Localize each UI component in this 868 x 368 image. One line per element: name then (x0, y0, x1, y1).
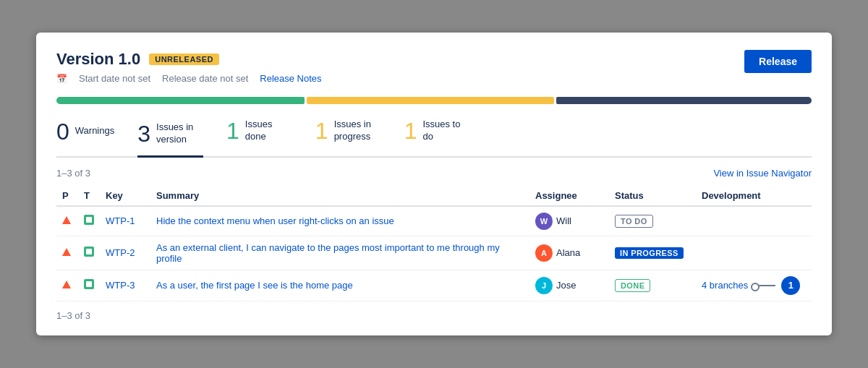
assignee-name: Alana (556, 247, 580, 258)
sub-info: 📅 Start date not set Release date not se… (56, 73, 322, 84)
stat-issues-inprogress-number: 1 (315, 119, 328, 142)
header-left: Version 1.0 UNRELEASED 📅 Start date not … (56, 50, 322, 84)
assignee-cell: WWill (529, 206, 609, 236)
development-cell (696, 236, 812, 270)
issue-summary-link[interactable]: As an external client, I can navigate to… (156, 242, 500, 264)
stat-warnings-label: Warnings (75, 125, 114, 137)
col-header-dev: Development (696, 186, 812, 206)
avatar: W (535, 213, 553, 230)
stat-issues-inprogress[interactable]: 1 Issues in progress (315, 119, 381, 146)
status-badge: IN PROGRESS (615, 247, 684, 259)
type-cell (78, 236, 100, 270)
issues-table: P T Key Summary Assignee Status Developm… (56, 186, 812, 301)
priority-high-icon (62, 216, 71, 224)
key-cell: WTP-2 (100, 236, 150, 270)
version-title: Version 1.0 UNRELEASED (56, 50, 322, 69)
branches-link[interactable]: 4 branches (702, 280, 748, 291)
col-header-key: Key (100, 186, 150, 206)
development-cell (696, 206, 812, 236)
summary-cell: As a user, the first page I see is the h… (150, 270, 529, 301)
stat-issues-done-number: 1 (226, 119, 239, 142)
progress-done (56, 97, 305, 104)
issue-summary-link[interactable]: As a user, the first page I see is the h… (156, 280, 353, 291)
footer-count: 1–3 of 3 (56, 310, 812, 321)
priority-cell (56, 206, 78, 236)
issue-key-link[interactable]: WTP-1 (106, 215, 135, 226)
release-date: Release date not set (162, 73, 248, 84)
story-icon (84, 215, 94, 225)
stat-issues-todo-label: Issues to do (422, 119, 469, 143)
branch-dot-line-icon (754, 285, 775, 286)
table-row: WTP-2As an external client, I can naviga… (56, 236, 812, 270)
table-row: WTP-3As a user, the first page I see is … (56, 270, 812, 301)
start-date: Start date not set (79, 73, 150, 84)
priority-high-icon (62, 248, 71, 256)
stat-issues-inprogress-label: Issues in progress (334, 119, 381, 143)
summary-cell: As an external client, I can navigate to… (150, 236, 529, 270)
priority-cell (56, 270, 78, 301)
assignee-name: Jose (556, 280, 576, 291)
assignee-name: Will (556, 215, 571, 226)
progress-bar (56, 97, 812, 104)
issue-summary-link[interactable]: Hide the context menu when user right-cl… (156, 215, 394, 226)
status-cell: TO DO (609, 206, 696, 236)
table-row: WTP-1Hide the context menu when user rig… (56, 206, 812, 236)
stat-issues-todo-number: 1 (404, 119, 417, 142)
issue-key-link[interactable]: WTP-3 (106, 280, 135, 291)
col-header-t: T (78, 186, 100, 206)
view-navigator-link[interactable]: View in Issue Navigator (713, 168, 812, 179)
priority-high-icon (62, 281, 71, 288)
summary-cell: Hide the context menu when user right-cl… (150, 206, 529, 236)
col-header-assignee: Assignee (529, 186, 609, 206)
key-cell: WTP-3 (100, 270, 150, 301)
stat-issues-version-number: 3 (137, 122, 150, 145)
stat-warnings-number: 0 (56, 120, 69, 143)
version-name: Version 1.0 (56, 50, 140, 69)
progress-inprogress (307, 97, 555, 104)
stat-issues-version-label: Issues in version (156, 121, 203, 146)
stats-row: 0 Warnings 3 Issues in version 1 Issues … (56, 119, 812, 158)
type-cell (78, 270, 100, 301)
assignee-cell: JJose (529, 270, 609, 301)
col-header-status: Status (609, 186, 696, 206)
assignee-cell: AAlana (529, 236, 609, 270)
count-label: 1–3 of 3 (56, 168, 90, 179)
status-cell: DONE (609, 270, 696, 301)
table-header-row: 1–3 of 3 View in Issue Navigator (56, 168, 812, 179)
dev-badge: 1 (781, 276, 800, 295)
stat-issues-todo[interactable]: 1 Issues to do (404, 119, 470, 146)
status-badge: TO DO (615, 215, 653, 228)
table-header: P T Key Summary Assignee Status Developm… (56, 186, 812, 206)
calendar-icon: 📅 (56, 74, 67, 84)
type-cell (78, 206, 100, 236)
story-icon (84, 247, 94, 257)
avatar: A (535, 244, 553, 262)
key-cell: WTP-1 (100, 206, 150, 236)
stat-issues-done[interactable]: 1 Issues done (226, 119, 292, 146)
progress-todo (556, 97, 812, 104)
avatar: J (535, 277, 553, 294)
status-badge: DONE (615, 279, 650, 292)
stat-issues-done-label: Issues done (245, 119, 292, 143)
story-icon (84, 279, 94, 289)
development-cell: 4 branches 1 (696, 270, 812, 301)
stat-issues-in-version[interactable]: 3 Issues in version (137, 121, 203, 158)
stat-warnings[interactable]: 0 Warnings (56, 120, 114, 146)
release-notes-link[interactable]: Release Notes (260, 73, 321, 84)
priority-cell (56, 236, 78, 270)
unreleased-badge: UNRELEASED (149, 54, 219, 65)
version-card: Version 1.0 UNRELEASED 📅 Start date not … (36, 33, 832, 335)
header: Version 1.0 UNRELEASED 📅 Start date not … (56, 50, 812, 84)
issue-key-link[interactable]: WTP-2 (106, 247, 135, 258)
col-header-summary: Summary (150, 186, 529, 206)
release-button[interactable]: Release (744, 50, 812, 73)
status-cell: IN PROGRESS (609, 236, 696, 270)
col-header-p: P (56, 186, 78, 206)
